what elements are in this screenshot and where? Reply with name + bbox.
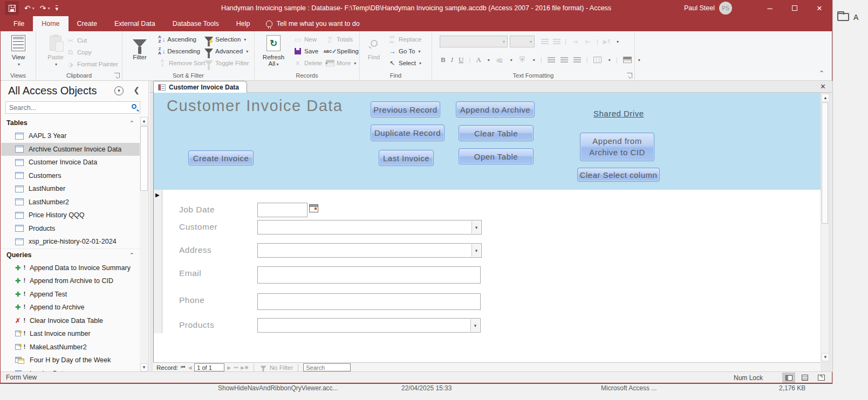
form-scrollbar[interactable]: ▲ ▼ xyxy=(821,93,829,362)
remove-sort-button[interactable]: AZ Remove Sort xyxy=(158,57,205,69)
scroll-up-icon[interactable]: ▲ xyxy=(822,94,829,102)
delete-record-button[interactable]: ✕Delete▾ xyxy=(293,57,327,69)
shared-drive-link[interactable]: Shared Drive xyxy=(593,109,644,118)
first-record-icon[interactable]: ⏮ xyxy=(181,364,185,370)
font-name-combo[interactable]: ▾ xyxy=(440,36,508,47)
close-button[interactable]: ✕ xyxy=(807,0,832,16)
clear-table-button[interactable]: Clear Table xyxy=(459,125,534,141)
maximize-button[interactable] xyxy=(782,0,807,16)
new-blank-record-icon[interactable]: ▶✱ xyxy=(241,365,248,370)
nav-scroll-thumb[interactable] xyxy=(140,126,148,191)
tab-database-tools[interactable]: Database Tools xyxy=(164,16,228,31)
underline-button[interactable]: U xyxy=(459,56,463,64)
form-view-button[interactable] xyxy=(782,373,795,383)
nav-table-item[interactable]: Products xyxy=(1,222,140,236)
more-button[interactable]: More▾ xyxy=(326,57,356,69)
ascending-button[interactable]: AZ↓ Ascending xyxy=(158,33,196,45)
cut-button[interactable]: ✂Cut xyxy=(66,35,87,46)
nav-query-item[interactable]: ✚!Append Data to Invoice Summary xyxy=(1,261,140,275)
nav-table-item[interactable]: AAPL 3 Year xyxy=(1,129,140,143)
select-button[interactable]: ↖Select▾ xyxy=(388,57,421,69)
datasheet-view-button[interactable] xyxy=(798,373,811,383)
find-button[interactable]: Find xyxy=(362,35,386,60)
tab-help[interactable]: Help xyxy=(228,16,259,31)
nav-table-item[interactable]: Customers xyxy=(1,169,140,183)
nav-table-item[interactable]: Customer Invoice Data xyxy=(1,156,140,169)
go-to-button[interactable]: →Go To▾ xyxy=(388,45,421,57)
account-area[interactable]: Paul Steel PS xyxy=(684,0,732,16)
last-record-icon[interactable]: ⏭ xyxy=(234,364,238,370)
tab-file[interactable]: File xyxy=(5,16,33,31)
paste-button[interactable]: Paste▾ xyxy=(42,35,70,67)
format-painter-button[interactable]: ⬗Format Painter xyxy=(66,58,118,70)
form-scroll-thumb[interactable] xyxy=(822,102,828,224)
gridlines-icon[interactable] xyxy=(593,56,602,64)
open-table-button[interactable]: Open Table xyxy=(459,148,534,164)
decrease-indent-icon[interactable]: ⇥ xyxy=(571,37,579,46)
chevron-down-icon[interactable]: ▾ xyxy=(471,221,481,233)
bullets-icon[interactable] xyxy=(541,39,549,45)
nav-search-input[interactable] xyxy=(9,102,125,113)
phone-input[interactable] xyxy=(257,293,481,310)
clear-select-column-button[interactable]: Clear Select column xyxy=(577,168,660,182)
text-direction-icon[interactable]: ▶¶ xyxy=(603,37,611,46)
new-record-button[interactable]: ▭New xyxy=(293,33,317,45)
nav-table-item-selected[interactable]: Archive Customer Invoice Data xyxy=(1,143,140,156)
nav-section-tables[interactable]: Tables⌃ xyxy=(1,116,140,129)
copy-button[interactable]: ⧉Copy xyxy=(66,46,92,58)
scroll-down-icon[interactable]: ▼ xyxy=(140,363,148,371)
products-combo[interactable]: ▾ xyxy=(257,318,481,333)
tell-me-box[interactable]: Tell me what you want to do xyxy=(266,16,359,31)
scroll-down-icon[interactable]: ▼ xyxy=(822,353,829,361)
increase-indent-icon[interactable]: ⇤ xyxy=(584,37,592,46)
nav-search-box[interactable] xyxy=(5,101,140,114)
clipboard-dialog-launcher-icon[interactable] xyxy=(114,73,120,78)
minimize-button[interactable]: ─ xyxy=(757,0,782,16)
descending-button[interactable]: ZA↓ Descending xyxy=(158,45,200,57)
job-date-input[interactable] xyxy=(257,203,307,217)
append-to-archive-button[interactable]: Append to Archive xyxy=(456,101,535,118)
align-right-icon[interactable] xyxy=(573,57,581,63)
nav-query-item[interactable]: ✸!MakeLastNumber2 xyxy=(1,341,140,354)
font-size-combo[interactable]: ▾ xyxy=(510,36,535,47)
font-color-button[interactable]: A xyxy=(476,56,481,64)
nav-table-item[interactable]: Price History QQQ xyxy=(1,209,140,222)
avatar[interactable]: PS xyxy=(719,2,732,15)
text-formatting-dialog-launcher-icon[interactable] xyxy=(627,73,632,78)
chevron-down-icon[interactable]: ▾ xyxy=(470,319,480,332)
customer-combo[interactable]: ▾ xyxy=(257,220,482,235)
view-button[interactable]: View▾ xyxy=(4,35,32,67)
numbering-icon[interactable] xyxy=(553,39,561,45)
append-from-archive-button[interactable]: Append from Archive to CID xyxy=(580,133,654,161)
nav-table-item[interactable]: LastNumber2 xyxy=(1,196,140,209)
duplicate-record-button[interactable]: Duplicate Record xyxy=(371,125,445,141)
save-record-button[interactable]: Save xyxy=(293,45,318,57)
next-record-icon[interactable]: ▶ xyxy=(227,365,231,370)
date-picker-icon[interactable] xyxy=(309,204,318,212)
previous-record-icon[interactable]: ◀ xyxy=(188,365,192,370)
highlight-color-icon[interactable]: ab̲ xyxy=(495,56,504,64)
advanced-button[interactable]: Advanced▾ xyxy=(204,45,248,57)
nav-query-item[interactable]: ✚!Append Test xyxy=(1,288,140,301)
record-search-input[interactable] xyxy=(303,363,351,371)
scroll-up-icon[interactable]: ▲ xyxy=(140,117,148,125)
align-center-icon[interactable] xyxy=(561,57,568,63)
nav-query-item[interactable]: ✚!Append from Archive to CID xyxy=(1,274,140,288)
document-tab-customer-invoice-data[interactable]: Customer Invoice Data xyxy=(153,81,247,93)
nav-scrollbar[interactable]: ▲ ▼ xyxy=(140,116,148,372)
replace-button[interactable]: abacReplace xyxy=(388,33,421,45)
email-input[interactable] xyxy=(257,266,481,284)
close-document-icon[interactable]: ✕ xyxy=(820,82,826,91)
address-combo[interactable]: ▾ xyxy=(257,243,482,258)
no-filter-indicator[interactable]: No Filter xyxy=(259,364,293,371)
tab-create[interactable]: Create xyxy=(69,16,106,31)
alternate-row-color-icon[interactable] xyxy=(623,56,632,64)
refresh-all-button[interactable]: ↻ Refresh All▾ xyxy=(258,35,289,67)
fill-color-icon[interactable]: ⛨ xyxy=(518,56,527,64)
chevron-down-icon[interactable]: ▾ xyxy=(471,244,481,257)
selection-button[interactable]: ⚡ Selection▾ xyxy=(204,33,246,45)
tab-external-data[interactable]: External Data xyxy=(106,16,164,31)
nav-section-queries[interactable]: Queries⌃ xyxy=(1,249,140,261)
toggle-filter-button[interactable]: Toggle Filter xyxy=(204,57,249,69)
nav-pane-menu-icon[interactable]: ▾ xyxy=(114,86,124,95)
